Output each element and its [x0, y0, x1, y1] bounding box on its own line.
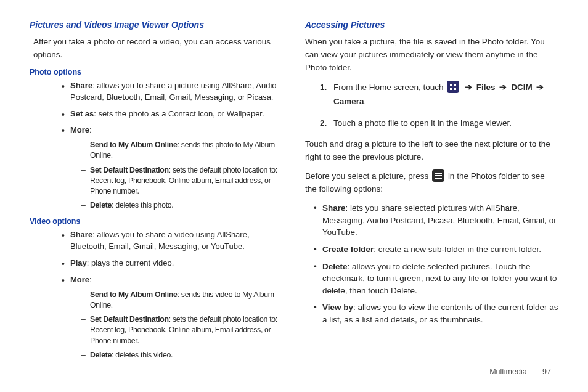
photo-send-online: Send to My Album Online: sends this phot…	[81, 140, 283, 161]
photo-delete: Delete: deletes this photo.	[81, 200, 283, 211]
period: .	[364, 97, 367, 106]
label-bold: Create folder	[322, 245, 374, 254]
label-text: :	[89, 125, 92, 134]
label-bold: Set Default Destination	[90, 166, 169, 174]
drag-instruction: Touch and drag a picture to the left to …	[305, 138, 558, 164]
video-more-sublist: Send to My Album Online: sends this vide…	[70, 290, 283, 361]
photo-options-list: Share: allows you to share a picture usi…	[30, 80, 283, 211]
label-bold: Send to My Album Online	[90, 290, 178, 299]
menu-icon	[432, 169, 444, 182]
opt-view-by: View by: allows you to view the contents…	[314, 301, 558, 325]
label-bold: Play	[70, 258, 87, 267]
press-menu-instruction: Before you select a picture, press in th…	[305, 169, 558, 196]
label-text: : plays the current video.	[87, 258, 174, 267]
arrow-icon: ➔	[465, 83, 472, 92]
photo-more-sublist: Send to My Album Online: sends this phot…	[70, 140, 283, 211]
photo-options-heading: Photo options	[30, 68, 283, 76]
video-delete: Delete: deletes this video.	[81, 350, 283, 361]
step-text-pre: From the Home screen, touch	[333, 83, 446, 92]
label-text: : create a new sub-folder in the current…	[374, 245, 541, 254]
label-bold: More	[70, 125, 89, 134]
opt-share: Share: lets you share selected pictures …	[314, 202, 558, 239]
label-bold: Share	[70, 81, 92, 90]
video-default-dest: Set Default Destination: sets the defaul…	[81, 314, 283, 346]
video-play-item: Play: plays the current video.	[62, 258, 283, 269]
section-heading-left: Pictures and Videos Image Viewer Options	[30, 20, 283, 30]
label-text: : allows you to view the contents of the…	[322, 303, 558, 324]
label-bold: Delete	[90, 351, 112, 359]
step-1: 1. From the Home screen, touch ➔ Files ➔…	[320, 81, 558, 109]
label-bold: View by	[322, 303, 353, 312]
label-text: : deletes this photo.	[112, 201, 173, 210]
path-camera: Camera	[333, 97, 364, 106]
intro-right: When you take a picture, the file is sav…	[305, 36, 558, 75]
video-send-online: Send to My Album Online: sends this vide…	[81, 290, 283, 311]
label-bold: Share	[70, 230, 92, 239]
label-bold: Delete	[322, 262, 348, 271]
video-share-item: Share: allows you to share a video using…	[62, 229, 283, 253]
footer-section: Multimedia	[489, 367, 526, 376]
photo-more-item: More: Send to My Album Online: sends thi…	[62, 125, 283, 211]
video-options-list: Share: allows you to share a video using…	[30, 229, 283, 361]
page-number: 97	[542, 367, 551, 376]
label-text: :	[89, 275, 92, 284]
label-bold: Set as	[70, 109, 94, 118]
step-2: 2. Touch a photo file to open it in the …	[320, 116, 558, 131]
step-number: 1.	[320, 81, 327, 95]
right-column: Accessing Pictures When you take a pictu…	[305, 20, 558, 365]
folder-options-list: Share: lets you share selected pictures …	[305, 202, 558, 325]
label-text: : deletes this video.	[112, 351, 173, 359]
label-bold: Set Default Destination	[90, 315, 169, 324]
page-content: Pictures and Videos Image Viewer Options…	[0, 0, 588, 365]
opt-create-folder: Create folder: create a new sub-folder i…	[314, 243, 558, 256]
label-bold: Delete	[90, 201, 112, 210]
label-bold: Send to My Album Online	[90, 141, 178, 149]
page-footer: Multimedia 97	[489, 367, 551, 376]
section-heading-right: Accessing Pictures	[305, 20, 558, 30]
apps-icon	[447, 81, 459, 93]
label-bold: More	[70, 275, 89, 284]
video-more-item: More: Send to My Album Online: sends thi…	[62, 274, 283, 361]
path-dcim: DCIM	[511, 83, 533, 92]
video-options-heading: Video options	[30, 217, 283, 226]
opt-delete: Delete: allows you to delete selected pi…	[314, 261, 558, 297]
step-number: 2.	[320, 116, 327, 131]
text-pre: Before you select a picture, press	[305, 171, 431, 181]
label-text: : allows you to delete selected pictures…	[322, 262, 557, 295]
photo-setas-item: Set as: sets the photo as a Contact icon…	[62, 108, 283, 120]
intro-left: After you take a photo or record a video…	[33, 36, 283, 62]
label-text: : lets you share selected pictures with …	[322, 203, 557, 237]
arrow-icon: ➔	[536, 83, 544, 92]
label-bold: Share	[322, 203, 346, 213]
label-text: : allows you to share a picture using Al…	[70, 81, 277, 102]
photo-share-item: Share: allows you to share a picture usi…	[62, 80, 283, 104]
steps-list: 1. From the Home screen, touch ➔ Files ➔…	[305, 81, 558, 131]
arrow-icon: ➔	[499, 83, 507, 92]
path-files: Files	[476, 83, 496, 92]
step-text: Touch a photo file to open it in the Ima…	[333, 118, 512, 128]
label-text: : sets the photo as a Contact icon, or W…	[94, 109, 264, 118]
label-text: : allows you to share a video using AllS…	[70, 230, 250, 251]
photo-default-dest: Set Default Destination: sets the defaul…	[81, 165, 283, 197]
left-column: Pictures and Videos Image Viewer Options…	[30, 20, 283, 365]
